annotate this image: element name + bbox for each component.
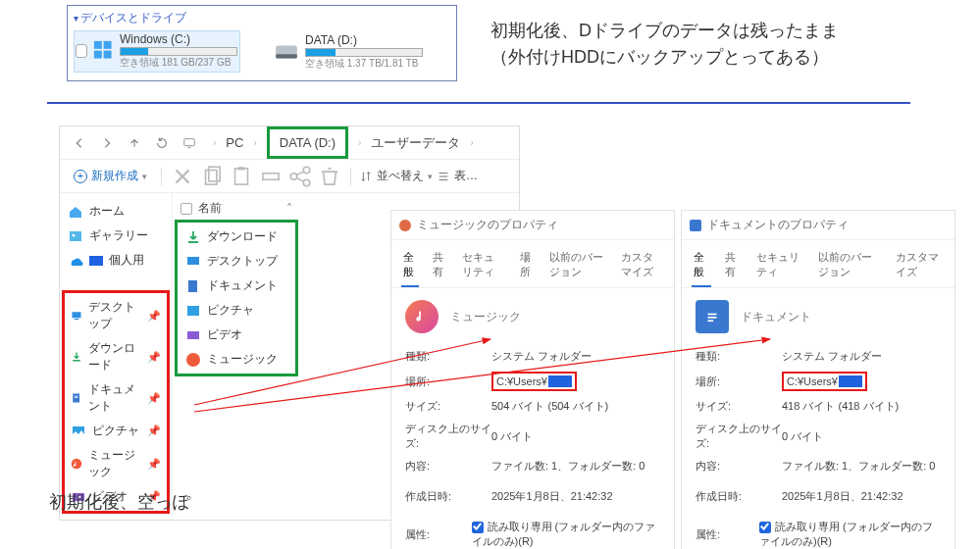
readonly-checkbox[interactable] bbox=[472, 522, 484, 533]
sidebar-label: ホーム bbox=[89, 203, 125, 220]
breadcrumb-sep-icon: › bbox=[470, 137, 473, 148]
rename-icon[interactable] bbox=[258, 165, 284, 188]
monitor-icon[interactable] bbox=[178, 131, 201, 155]
row-size: サイズ:504 バイト (504 バイト) bbox=[403, 395, 662, 418]
music-icon bbox=[185, 352, 201, 368]
svg-rect-15 bbox=[70, 231, 81, 241]
column-name-label: 名前 bbox=[198, 200, 222, 217]
breadcrumb-pc[interactable]: PC bbox=[226, 135, 243, 150]
annotation-top-line2: （外付けHDDにバックアップとってある） bbox=[490, 44, 839, 71]
plus-icon: + bbox=[74, 170, 87, 183]
properties-documents: ドキュメントのプロパティ 全般 共有 セキュリティ 以前のバージョン カスタマイ… bbox=[681, 210, 955, 549]
properties-title-bar[interactable]: ミュージックのプロパティ bbox=[391, 211, 674, 240]
tab-general[interactable]: 全般 bbox=[401, 246, 419, 287]
properties-title-bar[interactable]: ドキュメントのプロパティ bbox=[682, 211, 954, 240]
sidebar-item-music[interactable]: ミュージック📌 bbox=[65, 443, 167, 484]
sidebar-item-gallery[interactable]: ギャラリー bbox=[62, 224, 170, 248]
sort-button[interactable]: 並べ替え▾ bbox=[359, 168, 433, 184]
folder-desktop[interactable]: デスクトップ bbox=[180, 249, 293, 274]
devices-header[interactable]: ▾ デバイスとドライブ bbox=[74, 10, 450, 26]
properties-header: ドキュメント bbox=[682, 288, 954, 345]
svg-rect-17 bbox=[73, 312, 81, 318]
documents-icon bbox=[71, 390, 82, 406]
folder-pictures[interactable]: ピクチャ bbox=[180, 298, 293, 323]
sidebar-item-personal[interactable]: 個人用 bbox=[62, 248, 170, 273]
sidebar-item-pictures[interactable]: ピクチャ📌 bbox=[65, 419, 167, 443]
tab-previous[interactable]: 以前のバージョン bbox=[816, 246, 882, 287]
folder-music[interactable]: ミュージック bbox=[180, 347, 293, 372]
svg-point-13 bbox=[303, 167, 310, 174]
new-button-label: 新規作成 bbox=[91, 168, 138, 184]
readonly-checkbox[interactable] bbox=[759, 522, 771, 533]
videos-icon bbox=[185, 327, 201, 343]
properties-title-text: ミュージックのプロパティ bbox=[417, 217, 558, 233]
view-button[interactable]: 表… bbox=[437, 168, 478, 184]
sidebar-item-home[interactable]: ホーム bbox=[62, 199, 170, 224]
gallery-icon bbox=[68, 228, 83, 244]
share-icon[interactable] bbox=[287, 165, 313, 188]
svg-rect-32 bbox=[708, 320, 714, 322]
folder-label: デスクトップ bbox=[207, 253, 278, 270]
breadcrumb-data-d[interactable]: DATA (D:) bbox=[267, 126, 348, 159]
sidebar-quick-access-highlight: デスクトップ📌 ダウンロード📌 ドキュメント📌 ピクチャ📌 ミュージック📌 ビデ… bbox=[62, 290, 170, 514]
refresh-button[interactable] bbox=[150, 131, 174, 155]
sidebar-item-documents[interactable]: ドキュメント📌 bbox=[65, 377, 167, 419]
doc-title-icon bbox=[690, 220, 701, 231]
cut-icon[interactable] bbox=[170, 165, 195, 188]
pin-icon: 📌 bbox=[147, 392, 161, 405]
row-location: 場所:C:¥Users¥ bbox=[694, 368, 943, 395]
location-highlight: C:¥Users¥ bbox=[782, 372, 867, 391]
sidebar-label: ダウンロード bbox=[88, 340, 141, 374]
svg-point-16 bbox=[73, 233, 76, 236]
tab-location[interactable]: 場所 bbox=[518, 246, 536, 287]
new-button[interactable]: +新規作成▾ bbox=[68, 164, 153, 188]
pin-icon: 📌 bbox=[147, 351, 161, 364]
forward-button[interactable] bbox=[95, 131, 119, 155]
folder-documents[interactable]: ドキュメント bbox=[180, 274, 293, 298]
divider bbox=[47, 102, 910, 104]
redacted-user bbox=[548, 375, 572, 387]
annotation-top-line1: 初期化後、Dドライブのデータは残ったまま bbox=[490, 18, 839, 44]
select-all-checkbox[interactable] bbox=[181, 203, 192, 215]
drive-d-sub: 空き領域 1.37 TB/1.81 TB bbox=[305, 57, 423, 71]
folder-videos[interactable]: ビデオ bbox=[180, 323, 293, 347]
pictures-icon bbox=[71, 424, 86, 439]
svg-rect-30 bbox=[708, 314, 717, 316]
sidebar-item-downloads[interactable]: ダウンロード📌 bbox=[65, 336, 167, 377]
tab-previous[interactable]: 以前のバージョン bbox=[547, 246, 607, 287]
breadcrumb-sep-icon: › bbox=[253, 137, 256, 148]
breadcrumb-userdata[interactable]: ユーザーデータ bbox=[371, 134, 460, 152]
up-button[interactable] bbox=[123, 131, 146, 155]
music-icon bbox=[71, 456, 82, 472]
copy-icon[interactable] bbox=[199, 165, 225, 188]
doc-big-icon bbox=[696, 300, 729, 333]
row-kind: 種類:システム フォルダー bbox=[403, 345, 662, 368]
delete-icon[interactable] bbox=[317, 165, 342, 188]
sidebar-label: 個人用 bbox=[109, 252, 144, 269]
column-header-name[interactable]: 名前 ˄ bbox=[175, 197, 298, 220]
sidebar-item-desktop[interactable]: デスクトップ📌 bbox=[65, 295, 167, 336]
tab-share[interactable]: 共有 bbox=[431, 246, 448, 287]
properties-title-text: ドキュメントのプロパティ bbox=[707, 217, 849, 233]
tab-security[interactable]: セキュリティ bbox=[754, 246, 805, 287]
drive-d[interactable]: DATA (D:) 空き領域 1.37 TB/1.81 TB bbox=[274, 30, 440, 73]
drive-c-label: Windows (C:) bbox=[120, 32, 237, 46]
folder-pane: 名前 ˄ ダウンロード デスクトップ ドキュメント ピクチャ ビデオ ミュージッ… bbox=[173, 193, 300, 520]
row-contents: 内容:ファイル数: 1、フォルダー数: 0 bbox=[694, 455, 943, 477]
back-button[interactable] bbox=[68, 131, 91, 155]
folder-downloads[interactable]: ダウンロード bbox=[180, 225, 293, 249]
download-icon bbox=[185, 229, 201, 245]
drive-c-checkbox[interactable] bbox=[76, 44, 87, 58]
properties-tabs: 全般 共有 セキュリティ 場所 以前のバージョン カスタマイズ bbox=[391, 240, 674, 288]
folder-label: ダウンロード bbox=[207, 228, 278, 245]
drive-c[interactable]: Windows (C:) 空き領域 181 GB/237 GB bbox=[74, 30, 240, 73]
row-attributes: 属性:読み取り専用 (フォルダー内のファイルのみ)(R) bbox=[403, 516, 662, 549]
svg-rect-1 bbox=[103, 41, 111, 49]
paste-icon[interactable] bbox=[229, 165, 254, 188]
tab-customize[interactable]: カスタマイズ bbox=[894, 246, 945, 287]
tab-security[interactable]: セキュリティ bbox=[460, 246, 505, 287]
tab-customize[interactable]: カスタマイズ bbox=[619, 246, 664, 287]
tab-share[interactable]: 共有 bbox=[723, 246, 743, 287]
folder-list-highlight: ダウンロード デスクトップ ドキュメント ピクチャ ビデオ ミュージック bbox=[175, 220, 298, 376]
tab-general[interactable]: 全般 bbox=[692, 246, 711, 287]
